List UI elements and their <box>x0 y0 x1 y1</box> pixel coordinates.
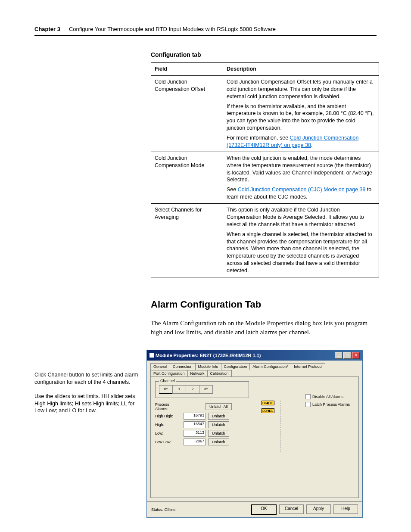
tab-port-configuration[interactable]: Port Configuration <box>150 370 188 376</box>
maximize-button[interactable]: □ <box>343 352 351 359</box>
callout-channel: Click Channel button to set limits and a… <box>34 371 142 386</box>
desc-cell: When the cold junction is enabled, the m… <box>223 152 379 203</box>
section-body: The Alarm Configuration tab on the Modul… <box>151 319 379 337</box>
disable-all-checkbox[interactable] <box>305 394 311 399</box>
latch-process-checkbox[interactable] <box>305 402 311 407</box>
tab-module-info[interactable]: Module Info <box>195 363 221 370</box>
tab-internet-protocol[interactable]: Internet Protocol <box>291 363 325 370</box>
process-alarms-label: Process Alarms: <box>155 402 181 411</box>
chapter-title: Configure Your Thermocouple and RTD Inpu… <box>69 26 276 32</box>
unlatch-lo-button[interactable]: Unlatch <box>208 430 229 437</box>
apply-button[interactable]: Apply <box>306 504 331 514</box>
app-icon <box>149 353 154 358</box>
low-low-label: Low Low: <box>155 440 181 444</box>
unlatch-hi-button[interactable]: Unlatch <box>208 421 229 428</box>
table-row: Select Channels for Averaging This optio… <box>151 204 379 277</box>
channel-3-button[interactable]: 3* <box>199 385 213 394</box>
channel-group-label: Channel <box>159 379 176 383</box>
callout-column: Click Channel button to set limits and a… <box>34 350 142 421</box>
minimize-button[interactable]: _ <box>335 352 342 359</box>
link-cjc-mode[interactable]: Cold Junction Compensation (CJC) Mode on… <box>238 187 366 193</box>
high-high-value[interactable]: 16793 <box>184 413 206 420</box>
tab-general[interactable]: General <box>150 363 170 370</box>
status-text: Status: Offline <box>151 507 175 512</box>
tab-content: Channel 0* 1 2 3* Process Alarms: Unlatc… <box>150 376 359 498</box>
table-caption: Configuration tab <box>151 51 377 58</box>
table-row: Cold Junction Compensation Offset Cold J… <box>151 75 379 152</box>
high-high-label: High High: <box>155 414 181 418</box>
chapter-label: Chapter 3 <box>34 26 60 32</box>
section-heading: Alarm Configuration Tab <box>151 299 377 310</box>
high-value[interactable]: 16547 <box>184 421 206 428</box>
ok-button[interactable]: OK <box>251 504 277 515</box>
cancel-button[interactable]: Cancel <box>279 504 304 514</box>
low-label: Low: <box>155 431 181 436</box>
unlatch-ll-button[interactable]: Unlatch <box>208 439 229 445</box>
tab-alarm-configuration[interactable]: Alarm Configuration* <box>249 363 291 370</box>
alarm-options: Disable All Alarms Latch Process Alarms <box>305 394 350 410</box>
dialog-footer: Status: Offline OK Cancel Apply Help <box>147 501 362 517</box>
unlatch-hh-button[interactable]: Unlatch <box>208 413 229 420</box>
marker-hh[interactable]: HI◀HH <box>262 401 274 405</box>
dialog-titlebar: Module Properties: EN2T (1732E-IR4IM12R … <box>147 350 362 361</box>
desc-cell: Cold Junction Compensation Offset lets y… <box>223 75 379 152</box>
unlatch-all-button[interactable]: Unlatch All <box>206 403 232 410</box>
field-cell: Select Channels for Averaging <box>151 204 223 277</box>
tab-bar: General Connection Module Info Configura… <box>147 361 362 376</box>
th-field: Field <box>151 63 223 76</box>
latch-process-label: Latch Process Alarms <box>312 402 350 407</box>
page-header: Chapter 3 Configure Your Thermocouple an… <box>34 26 377 36</box>
marker-hi[interactable]: LO◀LL <box>262 408 274 413</box>
configuration-table: Field Description Cold Junction Compensa… <box>151 62 379 277</box>
field-cell: Cold Junction Compensation Mode <box>151 152 223 203</box>
channel-group: Channel 0* 1 2 3* <box>155 381 249 398</box>
module-properties-dialog: Module Properties: EN2T (1732E-IR4IM12R … <box>146 350 363 518</box>
channel-1-button[interactable]: 1 <box>172 385 186 394</box>
help-button[interactable]: Help <box>333 504 358 514</box>
disable-all-label: Disable All Alarms <box>312 395 343 399</box>
th-description: Description <box>223 63 379 76</box>
tab-calibration[interactable]: Calibration <box>207 370 232 376</box>
channel-0-button[interactable]: 0* <box>159 385 173 394</box>
close-button[interactable]: × <box>352 352 360 359</box>
field-cell: Cold Junction Compensation Offset <box>151 75 223 152</box>
tab-network[interactable]: Network <box>187 370 208 376</box>
tab-configuration[interactable]: Configuration <box>221 363 250 370</box>
high-label: High: <box>155 423 181 427</box>
desc-cell: This option is only available if the Col… <box>223 204 379 277</box>
channel-2-button[interactable]: 2 <box>186 385 199 394</box>
dialog-title: Module Properties: EN2T (1732E-IR4IM12R … <box>156 353 261 358</box>
tab-connection[interactable]: Connection <box>170 363 196 370</box>
low-value[interactable]: 3113 <box>184 430 206 437</box>
alarm-slider[interactable]: HI◀HH LO◀LL <box>263 401 281 452</box>
low-low-value[interactable]: 2867 <box>184 439 206 445</box>
table-row: Cold Junction Compensation Mode When the… <box>151 152 379 203</box>
callout-sliders: Use the sliders to set limits. HH slider… <box>34 393 142 415</box>
